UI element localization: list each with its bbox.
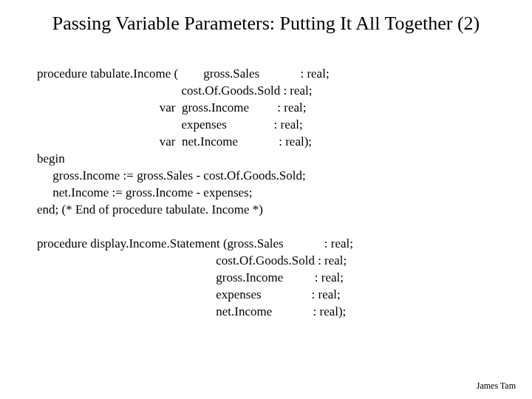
code-line: var gross.Income : real; <box>37 100 307 115</box>
code-line: cost.Of.Goods.Sold : real; <box>37 253 347 267</box>
code-line: cost.Of.Goods.Sold : real; <box>37 83 313 98</box>
page-title: Passing Variable Parameters: Putting It … <box>37 12 495 36</box>
code-line: var net.Income : real); <box>37 134 312 149</box>
footer-author: James Tam <box>477 381 516 392</box>
slide-content: Passing Variable Parameters: Putting It … <box>0 0 532 337</box>
code-line: end; (* End of procedure tabulate. Incom… <box>37 202 263 216</box>
code-line: begin <box>37 151 65 166</box>
code-line: net.Income : real); <box>37 304 346 318</box>
code-line: gross.Income : real; <box>37 270 344 284</box>
code-line: procedure tabulate.Income ( gross.Sales … <box>37 66 330 81</box>
code-line: procedure display.Income.Statement (gros… <box>37 236 353 250</box>
code-line: gross.Income := gross.Sales - cost.Of.Go… <box>37 168 306 183</box>
code-block: procedure tabulate.Income ( gross.Sales … <box>37 50 495 338</box>
code-line: net.Income := gross.Income - expenses; <box>37 185 252 200</box>
code-line: expenses : real; <box>37 287 341 301</box>
code-line: expenses : real; <box>37 117 303 132</box>
